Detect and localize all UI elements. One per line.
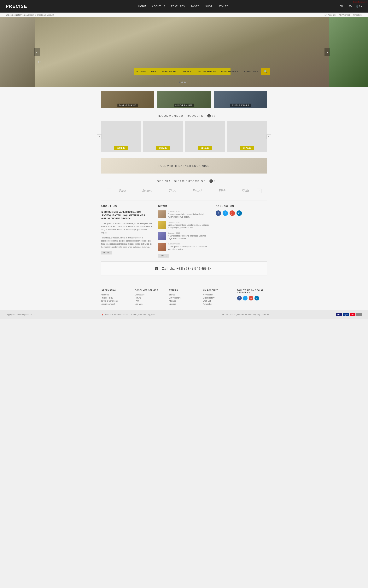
info-link-terms[interactable]: Terms & Conditions <box>101 300 131 302</box>
banner-2[interactable]: SAMPLE BANNER <box>157 91 211 108</box>
news-date-2: 2 January 2013 <box>168 221 210 223</box>
footer-follow-social: FOLLOW US ON SOCIAL NETWORKS f t g+ in <box>237 289 267 306</box>
call-us-bar: ☎ Call Us: +38 (234) 546-55-34 <box>101 261 267 276</box>
account-link-orders[interactable]: Order History <box>203 297 233 299</box>
extras-link-affiliates[interactable]: Affiliates <box>169 300 199 302</box>
page-num-2[interactable]: 2 <box>212 115 213 117</box>
product-card-4[interactable]: $179.00 <box>227 121 267 152</box>
news-content-3: 1 January 2013 Many desktop publishing p… <box>168 232 210 240</box>
footer-extras: EXTRAS Brands Gift Vouchers Affiliates S… <box>169 289 199 306</box>
extras-link-vouchers[interactable]: Gift Vouchers <box>169 297 199 299</box>
news-thumb-4 <box>158 243 166 251</box>
product-carousel: ‹ $399.00 $435.00 $510.00 <box>101 121 267 152</box>
currency-selector[interactable]: USD <box>347 5 351 8</box>
extras-link-brands[interactable]: Brands <box>169 294 199 296</box>
page-dot-1[interactable]: 1 <box>207 114 211 117</box>
cat-accessories[interactable]: ACCESSORIES <box>195 68 219 75</box>
cs-link-return[interactable]: Return <box>135 297 165 299</box>
account-link-wishlist[interactable]: Wish List <box>203 300 233 302</box>
linkedin-icon[interactable]: in <box>237 210 242 216</box>
dist-item-3: Third <box>169 189 176 193</box>
info-link-privacy[interactable]: Privacy Policy <box>101 297 131 299</box>
cat-footwear[interactable]: FOOTWEAR <box>159 68 178 75</box>
banner-3-label: SAMPLE BANNER <box>230 104 251 107</box>
banner-3[interactable]: SAMPLE BANNER <box>214 91 267 108</box>
recommended-header: RECOMMENDED PRODUCTS 1 2 3 <box>101 114 267 117</box>
product-card-1[interactable]: $399.00 <box>101 121 141 152</box>
hero-slider: ⚙ WOMEN MEN FOOTWEAR JEWELRY ACCESSORIES… <box>0 18 368 87</box>
news-thumb-1 <box>158 210 166 218</box>
slider-prev-button[interactable]: ‹ <box>34 48 40 56</box>
checkout-link[interactable]: Checkout <box>353 14 362 16</box>
cat-women[interactable]: WOMEN <box>134 68 148 75</box>
language-selector[interactable]: EN <box>340 5 343 8</box>
nav-home[interactable]: HOME <box>138 5 146 8</box>
product-price-3: $510.00 <box>198 146 212 150</box>
news-item-2: 2 January 2013 Cras ac hendrerit dui. Du… <box>158 221 210 229</box>
full-width-banner[interactable]: FULL WIDTH BANNER LOOK NICE <box>101 158 267 174</box>
carousel-prev-button[interactable]: ‹ <box>97 134 102 139</box>
nav-pages[interactable]: PAGES <box>191 5 199 8</box>
dot-1[interactable] <box>179 81 180 83</box>
cart-icon[interactable]: 🛒 0 ▾ <box>356 5 362 8</box>
register-link[interactable]: create an account. <box>37 14 55 16</box>
extras-link-specials[interactable]: Specials <box>169 303 199 305</box>
nav-about[interactable]: ABOUT US <box>152 5 165 8</box>
info-link-secure[interactable]: Secure payment <box>101 303 131 305</box>
cs-link-sitemap[interactable]: Site Map <box>135 303 165 305</box>
hero-right-panel <box>329 18 368 87</box>
cat-furniture[interactable]: FURNITURE <box>241 68 261 75</box>
dot-3[interactable] <box>184 81 186 83</box>
footer-tw-icon[interactable]: t <box>243 296 248 301</box>
cat-jewelry[interactable]: JEWELRY <box>179 68 196 75</box>
dist-item-1: First <box>119 189 126 193</box>
google-plus-icon[interactable]: g+ <box>230 210 235 216</box>
product-card-3[interactable]: $510.00 <box>185 121 225 152</box>
dist-next-button[interactable]: › <box>257 189 261 193</box>
main-content: SAMPLE BANNER SAMPLE BANNER SAMPLE BANNE… <box>0 87 368 284</box>
logo: PRECISE <box>6 4 27 9</box>
mastercard-icon: MC <box>350 313 355 316</box>
news-more-button[interactable]: MORE <box>158 254 169 258</box>
product-card-2[interactable]: $435.00 <box>143 121 183 152</box>
carousel-next-button[interactable]: › <box>267 134 271 139</box>
distributors-row: ‹ First Second Third Fourth Fifth Sixth … <box>101 187 267 195</box>
payment-generic-icon <box>356 313 362 316</box>
dot-2[interactable] <box>181 81 183 83</box>
footer-information: INFORMATION About Us Privacy Policy Term… <box>101 289 131 306</box>
cs-link-faq[interactable]: FAQ <box>135 300 165 302</box>
about-more-button[interactable]: MORE <box>101 251 112 255</box>
footer-phone: ☎ Call Us: +38 (097) 989-55-55 or 38 (09… <box>222 314 269 316</box>
cat-men[interactable]: MEN <box>148 68 159 75</box>
facebook-icon[interactable]: f <box>216 210 221 216</box>
account-link-newsletter[interactable]: Newsletter <box>203 303 233 305</box>
phone-icon: ☎ <box>155 267 159 270</box>
social-icons: f t g+ in <box>216 210 267 216</box>
nav-shop[interactable]: SHOP <box>205 5 212 8</box>
phone-text: Call Us: +38 (234) 546-55-34 <box>162 267 212 270</box>
banner-1[interactable]: SAMPLE BANNER <box>101 91 155 108</box>
my-account-link[interactable]: My Account <box>324 14 336 16</box>
follow-us-col: FOLLOW US f t g+ in <box>216 205 267 258</box>
nav-styles[interactable]: STYLES <box>218 5 228 8</box>
about-us-col: ABOUT US IN CONGUE NISL VARIUS QUIS ALIQ… <box>101 205 153 258</box>
footer-gp-icon[interactable]: g+ <box>249 296 253 301</box>
news-col: NEWS 3 January 2013 Fermentum parturient… <box>158 205 210 258</box>
account-link-account[interactable]: My Account <box>203 294 233 296</box>
cs-link-contact[interactable]: Contact Us <box>135 294 165 296</box>
cat-electronics[interactable]: ELECTRONICS <box>219 68 241 75</box>
login-link[interactable]: login <box>29 14 34 16</box>
search-button[interactable]: 🔍 <box>261 68 270 75</box>
info-link-about[interactable]: About Us <box>101 294 131 296</box>
slider-next-button[interactable]: › <box>324 48 330 56</box>
nav-features[interactable]: FEATURES <box>171 5 185 8</box>
news-item-3: 1 January 2013 Many desktop publishing p… <box>158 232 210 240</box>
dist-dot-1[interactable]: 1 <box>209 179 213 183</box>
full-banner-text: FULL WIDTH BANNER LOOK NICE <box>159 164 210 167</box>
footer-fb-icon[interactable]: f <box>237 296 242 301</box>
hero-center-panel: ⚙ WOMEN MEN FOOTWEAR JEWELRY ACCESSORIES… <box>35 18 329 87</box>
dist-prev-button[interactable]: ‹ <box>107 189 111 193</box>
twitter-icon[interactable]: t <box>223 210 228 216</box>
footer-li-icon[interactable]: in <box>255 296 259 301</box>
my-wishlist-link[interactable]: My Wishlist <box>339 14 350 16</box>
